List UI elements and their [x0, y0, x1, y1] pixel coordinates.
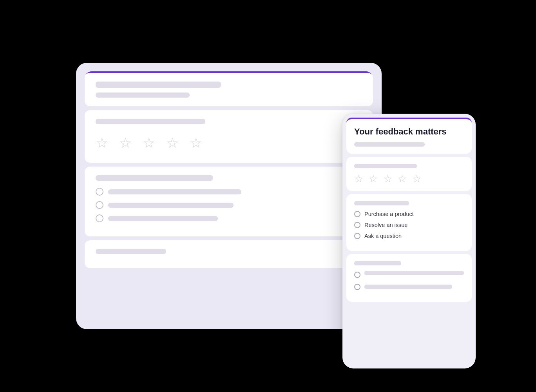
phone-card-radio: Purchase a product Resolve an issue Ask … [346, 194, 472, 251]
phone-radio-input[interactable] [354, 284, 360, 290]
radio-option-1[interactable] [96, 188, 362, 196]
skeleton-line [354, 142, 425, 147]
radio-label-skeleton [108, 216, 218, 221]
radio-label-skeleton [108, 203, 234, 208]
feedback-title: Your feedback matters [354, 126, 464, 138]
phone-star-4[interactable]: ☆ [398, 174, 407, 184]
skeleton-line [96, 175, 213, 181]
radio-label-skeleton [108, 189, 241, 194]
phone-last-radio-2[interactable] [354, 284, 464, 290]
tablet-device: ☆ ☆ ☆ ☆ ☆ [76, 63, 382, 329]
star-1[interactable]: ☆ [96, 136, 108, 150]
phone-star-5[interactable]: ☆ [412, 174, 421, 184]
option-question: Ask a question [364, 233, 402, 239]
phone-last-radio-1[interactable] [354, 271, 464, 279]
star-5[interactable]: ☆ [190, 136, 202, 150]
tablet-card-stars: ☆ ☆ ☆ ☆ ☆ [85, 110, 373, 163]
option-purchase: Purchase a product [364, 211, 414, 217]
skeleton-line [354, 201, 409, 205]
phone-radio-input[interactable] [354, 233, 360, 239]
star-2[interactable]: ☆ [119, 136, 132, 150]
radio-input[interactable] [96, 188, 103, 196]
phone-radio-input[interactable] [354, 222, 360, 228]
phone-card-stars: ☆ ☆ ☆ ☆ ☆ [346, 157, 472, 191]
skeleton-line [364, 285, 452, 289]
phone-star-3[interactable]: ☆ [383, 174, 392, 184]
skeleton-line [96, 93, 190, 98]
skeleton-line [354, 164, 417, 168]
tablet-content: ☆ ☆ ☆ ☆ ☆ [85, 71, 373, 321]
radio-input[interactable] [96, 214, 103, 222]
phone-radio-input[interactable] [354, 211, 360, 217]
phone-radio-option-1[interactable]: Purchase a product [354, 211, 464, 217]
tablet-card-partial [85, 240, 373, 268]
radio-input[interactable] [96, 201, 103, 209]
phone-radio-input[interactable] [354, 272, 360, 278]
phone-card-last [346, 254, 472, 302]
phone-device: Your feedback matters ☆ ☆ ☆ ☆ ☆ [342, 114, 476, 368]
skeleton-line [96, 82, 221, 88]
tablet-card-radio [85, 167, 373, 236]
phone-star-rating[interactable]: ☆ ☆ ☆ ☆ ☆ [354, 174, 464, 184]
phone-radio-option-3[interactable]: Ask a question [354, 233, 464, 239]
skeleton-line [354, 261, 401, 265]
radio-option-2[interactable] [96, 201, 362, 209]
phone-card-header: Your feedback matters [346, 118, 472, 154]
radio-option-3[interactable] [96, 214, 362, 222]
phone-star-1[interactable]: ☆ [354, 174, 363, 184]
phone-content: Your feedback matters ☆ ☆ ☆ ☆ ☆ [342, 114, 476, 368]
option-resolve: Resolve an issue [364, 222, 407, 228]
star-3[interactable]: ☆ [143, 136, 155, 150]
star-4[interactable]: ☆ [166, 136, 179, 150]
skeleton-line [96, 119, 205, 124]
star-rating-row[interactable]: ☆ ☆ ☆ ☆ ☆ [96, 132, 362, 154]
skeleton-line [364, 271, 464, 275]
phone-radio-option-2[interactable]: Resolve an issue [354, 222, 464, 228]
phone-star-2[interactable]: ☆ [369, 174, 378, 184]
scene: ☆ ☆ ☆ ☆ ☆ [53, 39, 483, 353]
skeleton-line [96, 249, 166, 254]
tablet-card-header [85, 71, 373, 106]
